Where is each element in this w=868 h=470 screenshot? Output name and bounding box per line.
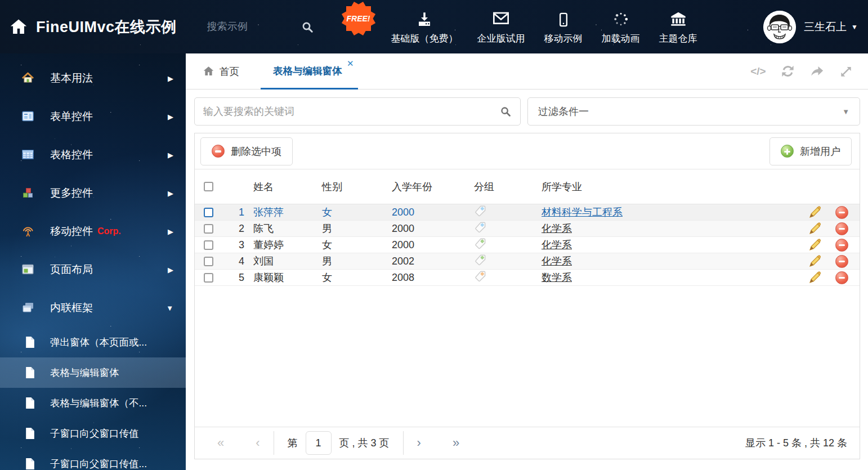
sidebar-item[interactable]: 表单控件 ▶ — [0, 97, 186, 136]
prev-page-icon[interactable]: ‹ — [256, 437, 259, 449]
header-search — [207, 20, 314, 34]
header-search-icon[interactable] — [301, 20, 314, 34]
sidebar-subitem[interactable]: 子窗口向父窗口传值... — [0, 449, 186, 470]
delete-row-icon[interactable] — [835, 206, 848, 219]
delete-row-icon[interactable] — [835, 239, 848, 252]
gender-cell: 女 — [316, 238, 386, 252]
next-page-icon[interactable]: › — [417, 437, 421, 449]
sidebar-item[interactable]: 移动控件 Corp. ▶ — [0, 212, 186, 250]
last-page-icon[interactable]: » — [453, 437, 459, 449]
edit-row-icon[interactable] — [808, 205, 822, 219]
chevron-right-icon: ▶ — [168, 227, 173, 236]
name-cell: 陈飞 — [248, 222, 316, 235]
tab-home-label: 首页 — [220, 65, 239, 78]
tab-grid-edit-window[interactable]: 表格与编辑窗体 ✕ — [261, 53, 358, 89]
major-link[interactable]: 化学系 — [542, 239, 572, 250]
user-menu[interactable]: 三生石上 ▼ — [763, 11, 858, 43]
row-checkbox[interactable] — [204, 224, 213, 234]
row-checkbox[interactable] — [204, 240, 213, 250]
add-button-label: 新增用户 — [800, 145, 840, 158]
table-row[interactable]: 2 陈飞 男 2000 化学系 — [195, 221, 860, 237]
sidebar-item[interactable]: 页面布局 ▶ — [0, 250, 186, 289]
sidebar-item[interactable]: 更多控件 ▶ — [0, 174, 186, 212]
edit-row-icon[interactable] — [808, 238, 822, 252]
header-nav-item[interactable]: 加载动画 — [602, 8, 640, 45]
antenna-icon — [21, 225, 35, 238]
top-header: FineUIMvc在线示例 FREE! 基础版（免费） 企业版试用 移动示例 加… — [0, 0, 868, 53]
year-cell: 2008 — [386, 272, 468, 284]
year-cell: 2000 — [386, 239, 468, 251]
page-number-input[interactable] — [306, 431, 332, 455]
filter-dropdown[interactable]: 过滤条件一 ▼ — [527, 97, 860, 126]
header-search-input[interactable] — [207, 21, 293, 33]
sidebar-subitem[interactable]: 子窗口向父窗口传值 — [0, 418, 186, 449]
spinner-icon — [612, 8, 629, 28]
tab-home[interactable]: 首页 — [203, 53, 239, 89]
header-nav-item[interactable]: 移动示例 — [544, 8, 583, 45]
download-icon — [416, 8, 433, 28]
row-index: 5 — [222, 272, 248, 284]
code-icon[interactable]: </> — [750, 63, 767, 80]
frames-icon — [21, 301, 35, 315]
col-major: 所学专业 — [536, 180, 797, 194]
sidebar-item[interactable]: 内联框架 ▼ — [0, 289, 186, 327]
col-group: 分组 — [468, 180, 536, 194]
group-tag-icon — [474, 253, 487, 269]
table-row[interactable]: 1 张萍萍 女 2000 材料科学与工程系 — [195, 204, 860, 221]
sidebar-subitem[interactable]: 表格与编辑窗体（不... — [0, 388, 186, 418]
name-cell: 董婷婷 — [248, 238, 316, 252]
keyword-search-icon[interactable] — [499, 105, 512, 118]
major-link[interactable]: 数学系 — [542, 272, 572, 283]
header-nav-item[interactable]: 主题仓库 — [659, 8, 697, 45]
sidebar-subitem[interactable]: 表格与编辑窗体 — [0, 357, 186, 388]
refresh-icon[interactable] — [779, 63, 796, 80]
delete-row-icon[interactable] — [835, 222, 848, 235]
header-nav-item[interactable]: 基础版（免费） — [391, 8, 458, 45]
sidebar-item[interactable]: 表格控件 ▶ — [0, 136, 186, 174]
share-icon[interactable] — [808, 63, 825, 80]
content-area: 过滤条件一 ▼ 删除选中项 新增用户 — [186, 89, 868, 470]
major-link[interactable]: 化学系 — [542, 223, 572, 234]
filter-row: 过滤条件一 ▼ — [194, 97, 860, 126]
row-checkbox[interactable] — [204, 208, 213, 217]
delete-row-icon[interactable] — [835, 271, 848, 284]
table-row[interactable]: 4 刘国 男 2002 化学系 — [195, 253, 860, 270]
delete-selected-button[interactable]: 删除选中项 — [200, 137, 293, 165]
chevron-right-icon: ▶ — [168, 266, 173, 274]
grid-icon — [21, 148, 35, 162]
major-link[interactable]: 化学系 — [542, 256, 572, 267]
name-cell: 张萍萍 — [248, 205, 316, 219]
year-cell: 2000 — [386, 223, 468, 235]
header-nav-item[interactable]: 企业版试用 — [477, 8, 525, 45]
keyword-search-box — [194, 97, 521, 126]
expand-icon[interactable] — [838, 63, 854, 80]
sidebar-subitem[interactable]: 弹出窗体（本页面或... — [0, 327, 186, 357]
edit-row-icon[interactable] — [808, 271, 822, 284]
first-page-icon[interactable]: « — [217, 437, 224, 449]
brand-home-icon[interactable] — [9, 17, 28, 37]
row-checkbox[interactable] — [204, 273, 213, 283]
major-link[interactable]: 材料科学与工程系 — [542, 207, 623, 218]
file-icon — [25, 427, 35, 440]
table-row[interactable]: 3 董婷婷 女 2000 化学系 — [195, 237, 860, 253]
tab-close-icon[interactable]: ✕ — [347, 59, 354, 68]
table-body: 1 张萍萍 女 2000 材料科学与工程系 2 陈飞 男 2000 化学系 3 … — [195, 204, 860, 286]
row-checkbox[interactable] — [204, 257, 213, 266]
table-empty-space — [195, 286, 860, 427]
app-window: FineUIMvc在线示例 FREE! 基础版（免费） 企业版试用 移动示例 加… — [0, 0, 868, 470]
keyword-search-input[interactable] — [203, 106, 499, 118]
page-suffix: 页 , 共 3 页 — [339, 436, 390, 450]
delete-row-icon[interactable] — [835, 255, 848, 268]
select-all-checkbox[interactable] — [204, 182, 213, 191]
edit-row-icon[interactable] — [808, 254, 822, 268]
table-row[interactable]: 5 康颖颖 女 2008 数学系 — [195, 270, 860, 286]
sidebar-item[interactable]: 基本用法 ▶ — [0, 59, 186, 97]
name-cell: 康颖颖 — [248, 271, 316, 284]
add-user-button[interactable]: 新增用户 — [769, 137, 852, 165]
bank-icon — [669, 8, 687, 28]
tab-home-icon — [203, 65, 214, 77]
edit-row-icon[interactable] — [808, 222, 822, 235]
avatar[interactable] — [763, 11, 796, 43]
free-badge: FREE! — [341, 1, 376, 36]
file-icon — [25, 458, 35, 470]
